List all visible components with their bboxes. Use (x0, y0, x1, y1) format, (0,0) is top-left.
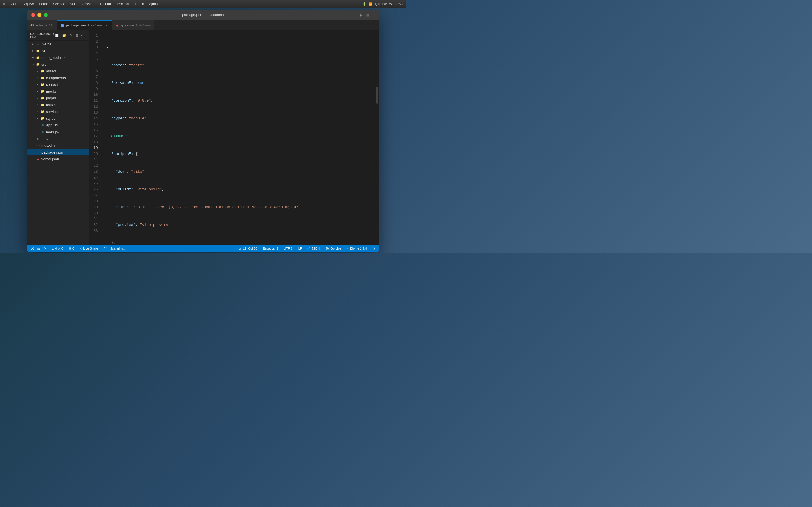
code-line-lens[interactable]: ▶ Depurar (107, 133, 375, 139)
eol-label: LF (298, 247, 302, 250)
status-encoding[interactable]: UTF-8 (283, 245, 294, 252)
scrollbar[interactable] (375, 31, 379, 245)
more-actions-icon[interactable]: ⋯ (372, 13, 376, 17)
tab-packagejson-label: package.json (66, 23, 86, 27)
minimize-button[interactable] (38, 13, 42, 17)
tree-label-mocks: mocks (46, 89, 57, 94)
tree-label-app-jsx: App.jsx (46, 123, 58, 127)
tree-item-api[interactable]: 📁 API (27, 47, 89, 54)
menu-editar[interactable]: Editar (39, 2, 48, 6)
tree-item-services[interactable]: 📁 services (27, 108, 89, 115)
menu-code[interactable]: Code (9, 2, 17, 6)
menu-ver[interactable]: Ver (70, 2, 75, 6)
tree-item-components[interactable]: 📁 components (27, 74, 89, 81)
tree-item-styles[interactable]: 📁 styles (27, 115, 89, 122)
chevron-icon (31, 42, 35, 46)
menu-arquivo[interactable]: Arquivo (22, 2, 34, 6)
status-live-share[interactable]: ◁ Live Share (79, 245, 99, 252)
tab-packagejson[interactable]: ⬤ package.json Plataforma ✕ (57, 20, 112, 30)
error-icon: ⊘ (52, 247, 54, 250)
mac-status-right: 🔋 📶 Qui. 7 de nov. 03:53 (363, 2, 403, 6)
tree-item-env[interactable]: ⚙ .env (27, 135, 89, 142)
status-settings[interactable]: ⚙ (371, 245, 376, 252)
status-eol[interactable]: LF (297, 245, 303, 252)
menu-executar[interactable]: Executar (98, 2, 111, 6)
maximize-button[interactable] (44, 13, 48, 17)
tree-item-routes[interactable]: 📁 routes (27, 101, 89, 108)
git-icon: ◆ (116, 23, 118, 27)
tree-item-context[interactable]: 📁 context (27, 81, 89, 88)
tree-item-vercel[interactable]: ▪ .vercel (27, 41, 89, 47)
tab-bar: JS index.js API ⬤ package.json Plataform… (27, 20, 379, 31)
status-errors[interactable]: ⊘ 0 △ 0 (50, 245, 64, 252)
tree-item-package-json[interactable]: { } package.json (27, 149, 89, 156)
line-num-27: 27 (89, 192, 99, 198)
menu-ajuda[interactable]: Ajuda (149, 2, 158, 6)
line-num-29: 29 (89, 204, 99, 210)
line-num-8: 8 (89, 80, 99, 86)
chevron-icon (31, 49, 35, 52)
line-num-26: 26 (89, 186, 99, 192)
line-num-12: 12 (89, 104, 99, 110)
tree-item-pages[interactable]: 📁 pages (27, 95, 89, 101)
close-button[interactable] (31, 13, 35, 17)
menu-terminal[interactable]: Terminal (116, 2, 129, 6)
code-lines[interactable]: { "name": "teste", "private": true, "ver… (102, 31, 375, 245)
tree-item-src[interactable]: 📁 src (27, 61, 89, 68)
collapse-icon[interactable]: ⊟ (75, 33, 79, 38)
tree-item-index-html[interactable]: <> index.html (27, 142, 89, 149)
branch-name: main (36, 247, 42, 250)
tab-indexjs[interactable]: JS index.js API (27, 20, 57, 30)
warning-icon: △ (58, 247, 60, 250)
env-icon: ⚙ (36, 136, 40, 141)
error-count: 0 (55, 247, 57, 250)
go-live-label: Go Live (331, 247, 341, 250)
menu-janela[interactable]: Janela (134, 2, 144, 6)
chevron-icon (36, 110, 39, 113)
wifi-icon: 📶 (369, 2, 373, 6)
status-branch[interactable]: ⎇ main ↻ (30, 245, 47, 252)
new-folder-icon[interactable]: 📁 (61, 33, 67, 38)
tree-label-env: .env (42, 136, 49, 141)
tree-item-vercel-json[interactable]: ▲ vercel.json (27, 156, 89, 162)
tree-item-node-modules[interactable]: 📁 node_modules (27, 54, 89, 61)
chevron-icon (36, 96, 39, 100)
json-file-icon: { } (36, 150, 40, 154)
tree-item-assets[interactable]: 📁 assets (27, 68, 89, 74)
more-icon[interactable]: ··· (81, 33, 86, 38)
line-numbers: 1 2 3 4 5 - 6 7 8 9 10 11 12 13 14 15 16 (89, 31, 102, 245)
status-go-live[interactable]: 📡 Go Live (324, 245, 342, 252)
vercel-json-icon: ▲ (36, 157, 40, 161)
status-debug[interactable]: ✖ 0 (68, 245, 75, 252)
status-biome[interactable]: ✓ Biome 1.9.4 (346, 245, 368, 252)
apple-icon[interactable]:  (3, 2, 5, 6)
status-spaces[interactable]: Espaços: 2 (262, 245, 279, 252)
tree-label-services: services (46, 110, 59, 114)
tree-label-main-jsx: main.jsx (46, 130, 59, 134)
folder-styles-icon: 📁 (40, 116, 45, 121)
editor-content[interactable]: 1 2 3 4 5 - 6 7 8 9 10 11 12 13 14 15 16 (89, 31, 379, 245)
scrollbar-thumb[interactable] (376, 87, 378, 104)
tab-gitignore[interactable]: ◆ .gitignore Plataforma (112, 20, 154, 30)
new-file-icon[interactable]: 📄 (54, 33, 60, 38)
status-left: ⎇ main ↻ ⊘ 0 △ 0 ✖ 0 ◁ Live Share {..} :… (30, 245, 126, 252)
menu-selecao[interactable]: Seleção (53, 2, 65, 6)
line-num-1: 1 (89, 33, 99, 39)
folder-vercel-icon: ▪ (36, 42, 40, 46)
status-position[interactable]: Ln 19, Col 28 (238, 245, 258, 252)
scanning-label: {..} : Scanning... (104, 247, 126, 250)
refresh-icon[interactable]: ↻ (69, 33, 73, 38)
menu-acessar[interactable]: Acessar (80, 2, 93, 6)
split-editor-icon[interactable]: ⊞ (366, 13, 369, 17)
tab-close-button[interactable]: ✕ (104, 23, 109, 27)
line-num-14: 14 (89, 115, 99, 121)
tree-item-mocks[interactable]: 📁 mocks (27, 88, 89, 95)
tree-item-app-jsx[interactable]: ⚛ App.jsx (27, 122, 89, 128)
tree-item-main-jsx[interactable]: ⚛ main.jsx (27, 128, 89, 135)
line-num-28: 28 (89, 198, 99, 204)
line-num-9: 9 (89, 86, 99, 92)
run-icon[interactable]: ▶ (360, 13, 363, 17)
tree-label-pages: pages (46, 96, 56, 100)
status-language[interactable]: { } JSON (306, 245, 321, 252)
live-share-icon: ◁ (80, 247, 82, 250)
